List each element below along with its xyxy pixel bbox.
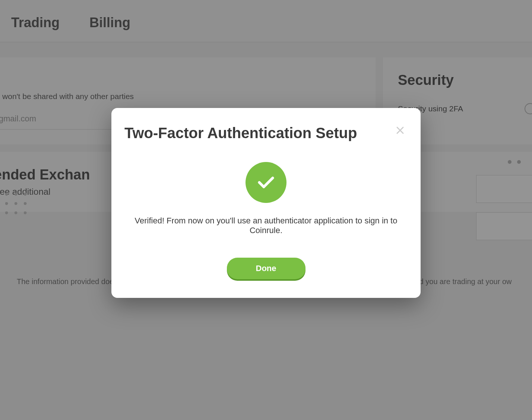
modal-overlay: Two-Factor Authentication Setup Verified… bbox=[0, 0, 532, 420]
done-button[interactable]: Done bbox=[227, 258, 305, 279]
modal-body: Verified! From now on you'll use an auth… bbox=[124, 141, 408, 279]
checkmark-icon bbox=[257, 175, 275, 190]
modal-title: Two-Factor Authentication Setup bbox=[124, 125, 408, 141]
close-icon bbox=[396, 126, 405, 135]
modal-message: Verified! From now on you'll use an auth… bbox=[124, 216, 408, 235]
close-button[interactable] bbox=[395, 125, 406, 136]
success-indicator bbox=[246, 162, 286, 203]
two-factor-modal: Two-Factor Authentication Setup Verified… bbox=[111, 108, 421, 298]
